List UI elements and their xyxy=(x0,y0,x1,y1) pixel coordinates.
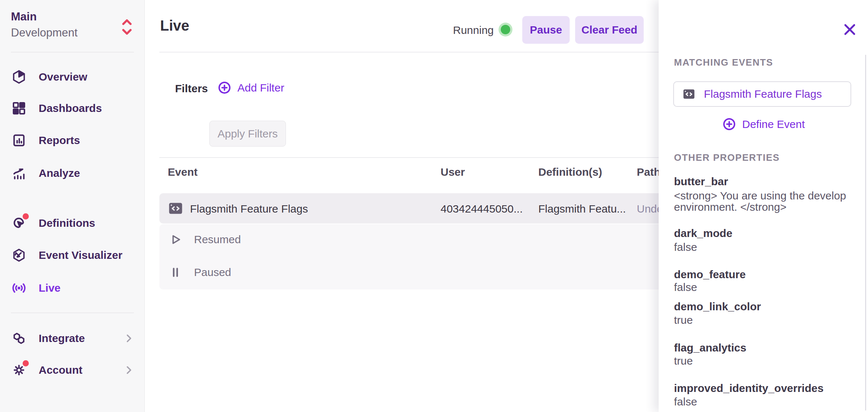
property-name: flag_analytics xyxy=(674,342,746,354)
property-value: <strong> You are using the develop envir… xyxy=(674,190,848,213)
define-event-button[interactable]: Define Event xyxy=(722,117,805,131)
cell-event: Flagsmith Feature Flags xyxy=(190,203,308,215)
sidebar-item-event-visualizer[interactable]: Event Visualizer xyxy=(0,244,145,267)
page-title: Live xyxy=(160,18,189,34)
account-gear-icon xyxy=(12,363,26,377)
define-event-label: Define Event xyxy=(742,118,805,131)
add-filter-button[interactable]: Add Filter xyxy=(218,81,284,94)
live-broadcast-icon xyxy=(12,281,26,295)
sidebar-divider xyxy=(11,52,134,53)
column-header-path[interactable]: Path xyxy=(637,166,660,178)
property-value: true xyxy=(674,355,848,366)
definitions-pin-icon xyxy=(12,216,26,230)
sidebar-item-label: Account xyxy=(39,364,82,376)
status-label: Running xyxy=(453,24,494,36)
matching-event-card[interactable]: Flagsmith Feature Flags xyxy=(673,81,851,107)
app-window: Main Development Overview Dashboards xyxy=(0,0,868,412)
cell-user: 403424445050... xyxy=(441,203,523,215)
sidebar-item-live[interactable]: Live xyxy=(0,276,145,300)
add-filter-label: Add Filter xyxy=(237,82,284,94)
column-header-event[interactable]: Event xyxy=(168,166,198,178)
table-row[interactable]: Flagsmith Feature Flags 403424445050... … xyxy=(159,193,673,224)
sidebar-item-dashboards[interactable]: Dashboards xyxy=(0,97,145,120)
property-name: demo_link_color xyxy=(674,300,761,313)
event-details-panel: MATCHING EVENTS Flagsmith Feature Flags … xyxy=(659,0,868,412)
integrate-links-icon xyxy=(12,331,26,346)
sidebar-item-label: Analyze xyxy=(39,167,80,179)
status-green-dot xyxy=(501,25,510,34)
workspace-environment: Development xyxy=(11,26,78,39)
sidebar-divider xyxy=(11,312,134,313)
sidebar-item-label: Definitions xyxy=(39,217,95,229)
property-value: false xyxy=(674,396,848,407)
sidebar-item-label: Event Visualizer xyxy=(39,249,123,261)
sidebar-item-reports[interactable]: Reports xyxy=(0,129,145,152)
pause-icon xyxy=(168,265,182,279)
property-name: butter_bar xyxy=(674,175,728,188)
sidebar-item-definitions[interactable]: Definitions xyxy=(0,211,145,235)
notification-dot xyxy=(23,213,29,219)
play-icon xyxy=(168,233,182,246)
filters-label: Filters xyxy=(175,82,208,95)
property-name: dark_mode xyxy=(674,227,732,240)
feed-row-paused[interactable]: Paused xyxy=(159,260,673,285)
chevron-right-icon xyxy=(123,333,134,344)
cell-definition: Flagsmith Featu... xyxy=(538,203,626,215)
chevron-right-icon xyxy=(123,365,134,376)
code-window-icon xyxy=(167,200,184,217)
property-name: improved_identity_overrides xyxy=(674,382,824,394)
sidebar-item-label: Dashboards xyxy=(39,102,102,114)
sidebar-item-label: Reports xyxy=(39,134,80,147)
feed-row-label: Resumed xyxy=(194,233,241,246)
property-value: false xyxy=(674,241,848,253)
event-visualizer-icon xyxy=(12,248,26,263)
matching-event-name: Flagsmith Feature Flags xyxy=(704,88,822,100)
report-chart-icon xyxy=(12,133,26,148)
matching-events-label: MATCHING EVENTS xyxy=(674,57,773,68)
sidebar-item-analyze[interactable]: Analyze xyxy=(0,162,145,185)
feed-row-label: Paused xyxy=(194,266,231,279)
plus-circle-icon xyxy=(218,81,231,94)
panel-scrollbar[interactable] xyxy=(865,55,866,411)
code-window-icon xyxy=(682,87,696,101)
property-value: true xyxy=(674,314,848,326)
sidebar-item-label: Integrate xyxy=(39,332,85,345)
workspace-name: Main xyxy=(11,10,37,23)
sidebar-item-label: Overview xyxy=(39,71,87,83)
trend-analyze-icon xyxy=(12,166,26,180)
sidebar-item-label: Live xyxy=(39,282,61,294)
pause-button[interactable]: Pause xyxy=(522,16,570,44)
plus-circle-icon xyxy=(722,117,736,131)
close-icon[interactable] xyxy=(842,22,857,37)
clear-feed-button[interactable]: Clear Feed xyxy=(575,16,644,44)
apply-filters-button[interactable]: Apply Filters xyxy=(209,121,286,147)
workspace-switcher-icon[interactable] xyxy=(120,18,134,36)
sidebar-item-overview[interactable]: Overview xyxy=(0,65,145,89)
grid-dashboards-icon xyxy=(12,101,26,116)
property-name: demo_feature xyxy=(674,268,746,281)
sidebar-item-integrate[interactable]: Integrate xyxy=(0,327,145,350)
other-properties-label: OTHER PROPERTIES xyxy=(674,152,780,163)
hexagon-overview-icon xyxy=(12,70,26,84)
notification-dot xyxy=(23,360,29,366)
column-header-user[interactable]: User xyxy=(441,166,465,178)
feed-status-block: Resumed Paused xyxy=(159,224,673,289)
feed-row-resumed[interactable]: Resumed xyxy=(159,227,673,252)
property-value: false xyxy=(674,281,848,293)
sidebar: Main Development Overview Dashboards xyxy=(0,0,145,412)
sidebar-item-account[interactable]: Account xyxy=(0,358,145,382)
column-header-definitions[interactable]: Definition(s) xyxy=(538,166,602,178)
